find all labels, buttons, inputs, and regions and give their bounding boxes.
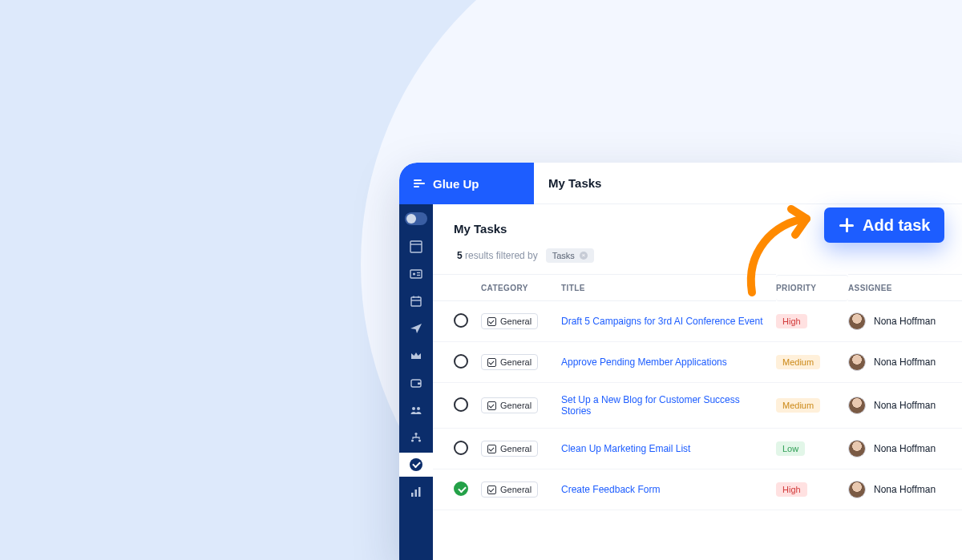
category-label: General — [500, 316, 532, 326]
remove-filter-icon[interactable]: × — [580, 252, 588, 260]
svg-rect-6 — [411, 297, 421, 306]
checkbox-icon — [487, 317, 496, 326]
tasks-icon — [410, 458, 422, 471]
result-count: 5 — [457, 250, 463, 261]
assignee-name: Nona Hoffman — [874, 443, 936, 454]
main-panel: My Tasks 5 results filtered by Tasks × C… — [433, 204, 962, 560]
assignee-cell[interactable]: Nona Hoffman — [848, 440, 962, 457]
svg-rect-19 — [418, 487, 421, 497]
table-row[interactable]: GeneralDraft 5 Campaigns for 3rd AI Conf… — [433, 301, 962, 342]
priority-badge: Medium — [776, 355, 820, 369]
priority-badge: High — [776, 482, 807, 497]
sidebar-item-contacts[interactable] — [399, 262, 433, 286]
priority-badge: High — [776, 314, 807, 328]
table-row[interactable]: GeneralApprove Pending Member Applicatio… — [433, 342, 962, 383]
brand-area[interactable]: Glue Up — [399, 163, 534, 204]
task-title-link[interactable]: Approve Pending Member Applications — [561, 357, 727, 368]
id-card-icon — [410, 268, 422, 280]
dashboard-icon — [410, 240, 422, 253]
category-tag[interactable]: General — [481, 481, 538, 498]
table-row[interactable]: GeneralSet Up a New Blog for Customer Su… — [433, 383, 962, 429]
svg-rect-11 — [418, 383, 421, 385]
sidebar-item-events[interactable] — [399, 289, 433, 313]
svg-point-14 — [414, 433, 417, 435]
col-category: CATEGORY — [481, 275, 561, 301]
category-label: General — [500, 485, 532, 494]
calendar-icon — [410, 295, 422, 308]
status-toggle[interactable] — [454, 397, 468, 412]
wallet-icon — [410, 377, 422, 389]
crown-icon — [410, 349, 422, 362]
brand-label: Glue Up — [433, 177, 479, 191]
plus-icon — [839, 217, 855, 233]
app-header: Glue Up My Tasks — [399, 163, 962, 204]
status-toggle[interactable] — [454, 313, 468, 328]
sidebar-toggle[interactable] — [405, 212, 427, 225]
sidebar-item-community[interactable] — [399, 398, 433, 422]
task-title-link[interactable]: Create Feedback Form — [561, 484, 660, 495]
filter-suffix: results filtered by — [465, 250, 538, 261]
category-label: General — [500, 444, 532, 453]
org-icon — [410, 431, 422, 444]
filter-chip-label: Tasks — [552, 251, 575, 260]
assignee-name: Nona Hoffman — [874, 316, 936, 327]
category-tag[interactable]: General — [481, 313, 538, 329]
status-toggle[interactable] — [454, 354, 468, 369]
avatar — [848, 440, 866, 457]
svg-point-15 — [411, 439, 414, 441]
add-task-button[interactable]: Add task — [824, 207, 944, 243]
page-title: My Tasks — [534, 163, 962, 204]
svg-rect-18 — [415, 489, 418, 497]
sidebar-item-analytics[interactable] — [399, 480, 433, 504]
col-priority: PRIORITY — [776, 275, 848, 301]
tasks-table: CATEGORY TITLE PRIORITY ASSIGNEE General… — [433, 274, 962, 510]
category-label: General — [500, 401, 532, 410]
sidebar-item-campaigns[interactable] — [399, 316, 433, 340]
assignee-cell[interactable]: Nona Hoffman — [848, 353, 962, 371]
table-row[interactable]: GeneralClean Up Marketing Email ListLowN… — [433, 429, 962, 469]
status-toggle[interactable] — [454, 441, 468, 455]
task-title-link[interactable]: Draft 5 Campaigns for 3rd AI Conference … — [561, 316, 762, 327]
avatar — [848, 397, 866, 414]
checkbox-icon — [487, 485, 496, 494]
svg-point-3 — [413, 272, 415, 275]
avatar — [848, 481, 866, 498]
priority-badge: Low — [776, 441, 805, 456]
svg-point-12 — [412, 407, 415, 410]
task-title-link[interactable]: Set Up a New Blog for Customer Success S… — [561, 394, 740, 417]
people-icon — [410, 404, 422, 417]
menu-icon — [414, 178, 425, 189]
sidebar-item-org[interactable] — [399, 425, 433, 449]
checkbox-icon — [487, 401, 496, 410]
task-title-link[interactable]: Clean Up Marketing Email List — [561, 443, 690, 454]
assignee-cell[interactable]: Nona Hoffman — [848, 397, 962, 414]
sidebar-item-tasks[interactable] — [399, 453, 433, 477]
avatar — [848, 353, 866, 371]
table-row[interactable]: GeneralCreate Feedback FormHighNona Hoff… — [433, 469, 962, 510]
category-tag[interactable]: General — [481, 397, 538, 413]
assignee-cell[interactable]: Nona Hoffman — [848, 312, 962, 330]
send-icon — [410, 322, 422, 335]
sidebar-item-dashboard[interactable] — [399, 235, 433, 259]
analytics-icon — [410, 485, 422, 498]
svg-point-13 — [417, 407, 420, 410]
checkbox-icon — [487, 358, 496, 367]
category-tag[interactable]: General — [481, 441, 538, 457]
assignee-cell[interactable]: Nona Hoffman — [848, 481, 962, 498]
filter-summary: 5 results filtered by Tasks × — [433, 239, 962, 274]
sidebar — [399, 204, 433, 560]
category-tag[interactable]: General — [481, 354, 538, 370]
filter-chip-tasks[interactable]: Tasks × — [546, 248, 594, 263]
sidebar-item-finance[interactable] — [399, 371, 433, 395]
add-task-label: Add task — [863, 216, 930, 235]
status-toggle[interactable] — [454, 481, 468, 496]
svg-rect-2 — [410, 270, 422, 278]
svg-rect-17 — [411, 493, 414, 497]
assignee-name: Nona Hoffman — [874, 400, 936, 411]
category-label: General — [500, 357, 532, 367]
svg-point-16 — [418, 439, 421, 441]
col-title: TITLE — [561, 275, 776, 301]
sidebar-item-memberships[interactable] — [399, 344, 433, 368]
priority-badge: Medium — [776, 398, 820, 413]
checkbox-icon — [487, 445, 496, 453]
